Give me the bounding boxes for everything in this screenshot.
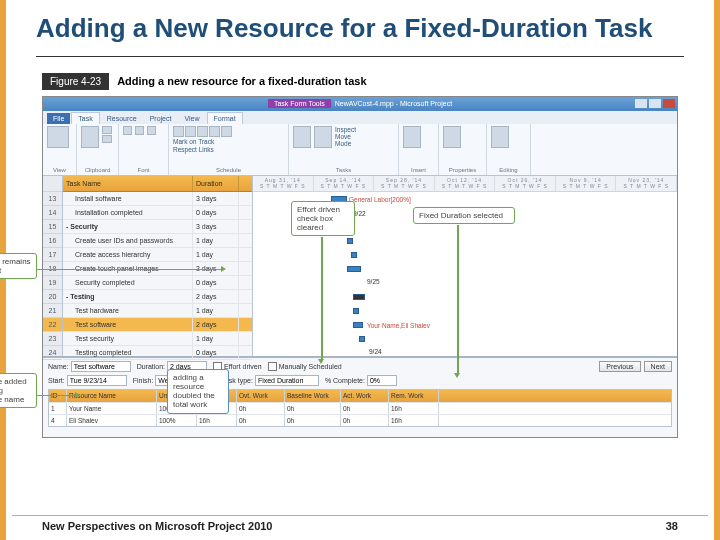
task-cell[interactable]: Test security xyxy=(63,332,193,345)
cell[interactable]: 0h xyxy=(285,403,341,414)
gantt-bar[interactable] xyxy=(353,322,363,328)
copy-icon[interactable] xyxy=(102,135,112,143)
name-input[interactable] xyxy=(71,361,131,372)
task-cell[interactable]: Create user IDs and passwords xyxy=(63,234,193,247)
task-cell[interactable]: - Security xyxy=(63,220,193,233)
tab-project[interactable]: Project xyxy=(144,113,178,124)
cell[interactable]: Your Name xyxy=(67,403,157,414)
start-input[interactable] xyxy=(67,375,127,386)
dur-cell[interactable]: 2 days xyxy=(193,290,239,303)
italic-icon[interactable] xyxy=(135,126,144,135)
tab-file[interactable]: File xyxy=(47,113,70,124)
row-num[interactable]: 21 xyxy=(43,304,62,318)
cell[interactable]: 0h xyxy=(285,415,341,426)
close-button[interactable] xyxy=(663,99,675,108)
move-item[interactable]: Move xyxy=(335,133,356,140)
pct25-icon[interactable] xyxy=(185,126,196,137)
dur-cell[interactable]: 1 day xyxy=(193,304,239,317)
task-cell[interactable]: Security completed xyxy=(63,276,193,289)
manually-schedule-icon[interactable] xyxy=(293,126,311,148)
dur-cell[interactable]: 0 days xyxy=(193,206,239,219)
next-button[interactable]: Next xyxy=(644,361,672,372)
dur-cell[interactable]: 3 days xyxy=(193,192,239,205)
row-num[interactable]: 17 xyxy=(43,248,62,262)
cell[interactable]: 0h xyxy=(237,403,285,414)
finish-label: Finish: xyxy=(133,377,154,384)
minimize-button[interactable] xyxy=(635,99,647,108)
ribbon-group-clipboard: Clipboard xyxy=(81,167,114,173)
task-cell[interactable]: Testing completed xyxy=(63,346,193,359)
cell[interactable]: 16h xyxy=(197,415,237,426)
bold-icon[interactable] xyxy=(123,126,132,135)
manually-scheduled-checkbox[interactable] xyxy=(268,362,277,371)
task-cell[interactable]: Create access hierarchy xyxy=(63,248,193,261)
gantt-bar[interactable] xyxy=(351,252,357,258)
row-num[interactable]: 15 xyxy=(43,220,62,234)
pctcomplete-input[interactable] xyxy=(367,375,397,386)
cell[interactable]: 4 xyxy=(49,415,67,426)
gantt-chart-icon[interactable] xyxy=(47,126,69,148)
pct100-icon[interactable] xyxy=(221,126,232,137)
task-cell[interactable]: - Testing xyxy=(63,290,193,303)
previous-button[interactable]: Previous xyxy=(599,361,640,372)
mode-item[interactable]: Mode xyxy=(335,140,356,147)
dur-cell[interactable]: 2 days xyxy=(193,318,239,331)
task-insert-icon[interactable] xyxy=(403,126,421,148)
ribbon-group-editing: Editing xyxy=(491,167,526,173)
gantt-bar[interactable] xyxy=(353,308,359,314)
cell[interactable]: 100% xyxy=(157,415,197,426)
cell[interactable]: Eli Shalev xyxy=(67,415,157,426)
cell[interactable]: 0h xyxy=(237,415,285,426)
row-num[interactable]: 24 xyxy=(43,346,62,360)
tab-task[interactable]: Task xyxy=(71,112,99,124)
summary-bar[interactable] xyxy=(353,294,365,300)
gantt-bar[interactable] xyxy=(347,266,361,272)
task-cell[interactable]: Test software xyxy=(63,318,193,331)
row-num[interactable]: 22 xyxy=(43,318,62,332)
cut-icon[interactable] xyxy=(102,126,112,134)
respect-links[interactable]: Respect Links xyxy=(173,146,214,153)
pct75-icon[interactable] xyxy=(209,126,220,137)
dur-cell[interactable]: 1 day xyxy=(193,234,239,247)
callout-resource-added: resource added by typing resource name xyxy=(0,373,37,409)
tab-resource[interactable]: Resource xyxy=(101,113,143,124)
pct0-icon[interactable] xyxy=(173,126,184,137)
task-cell[interactable]: Install software xyxy=(63,192,193,205)
dur-cell[interactable]: 0 days xyxy=(193,276,239,289)
information-icon[interactable] xyxy=(443,126,461,148)
tab-format[interactable]: Format xyxy=(207,112,243,124)
tab-view[interactable]: View xyxy=(178,113,205,124)
row-num[interactable]: 20 xyxy=(43,290,62,304)
gantt-bar[interactable] xyxy=(347,238,353,244)
dur-cell[interactable]: 3 days xyxy=(193,220,239,233)
row-num[interactable]: 13 xyxy=(43,192,62,206)
auto-schedule-icon[interactable] xyxy=(314,126,332,148)
callout-arrow xyxy=(457,225,459,375)
dur-cell[interactable]: 1 day xyxy=(193,248,239,261)
dur-cell[interactable]: 1 day xyxy=(193,332,239,345)
scroll-to-task-icon[interactable] xyxy=(491,126,509,148)
inspect-item[interactable]: Inspect xyxy=(335,126,356,133)
tasktype-input[interactable] xyxy=(255,375,319,386)
cell[interactable]: 16h xyxy=(389,403,439,414)
paste-icon[interactable] xyxy=(81,126,99,148)
cell[interactable]: 0h xyxy=(341,403,389,414)
row-num[interactable]: 19 xyxy=(43,276,62,290)
pct50-icon[interactable] xyxy=(197,126,208,137)
col-duration[interactable]: Duration xyxy=(193,176,239,191)
gantt-bar[interactable] xyxy=(359,336,365,342)
dur-cell[interactable]: 0 days xyxy=(193,346,239,359)
underline-icon[interactable] xyxy=(147,126,156,135)
figure-header: Figure 4-23 Adding a new resource for a … xyxy=(42,73,678,90)
col-taskname[interactable]: Task Name xyxy=(63,176,193,191)
task-cell[interactable]: Test hardware xyxy=(63,304,193,317)
maximize-button[interactable] xyxy=(649,99,661,108)
cell[interactable]: 0h xyxy=(341,415,389,426)
row-num[interactable]: 16 xyxy=(43,234,62,248)
cell[interactable]: 16h xyxy=(389,415,439,426)
task-cell[interactable]: Installation completed xyxy=(63,206,193,219)
row-num[interactable]: 14 xyxy=(43,206,62,220)
row-num[interactable]: 23 xyxy=(43,332,62,346)
mark-on-track[interactable]: Mark on Track xyxy=(173,138,214,145)
cell[interactable]: 1 xyxy=(49,403,67,414)
